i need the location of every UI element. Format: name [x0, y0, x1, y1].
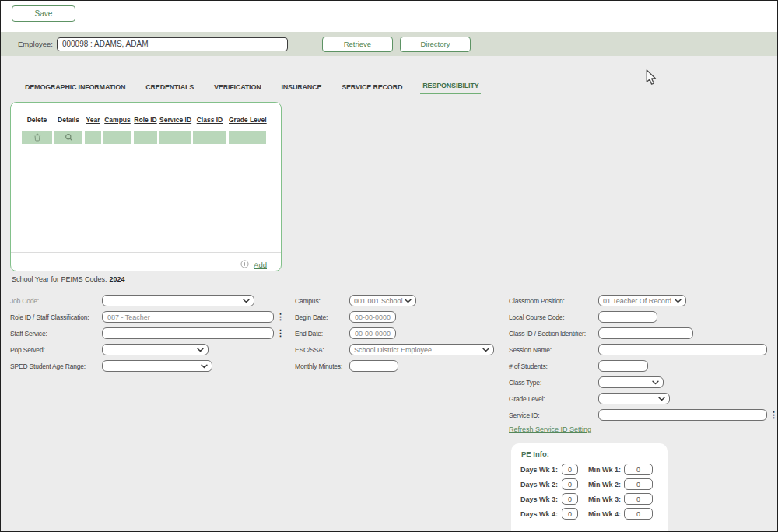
column-header-campus[interactable]: Campus [103, 116, 131, 124]
tab-demographic-information[interactable]: DEMOGRAPHIC INFORMATION [23, 83, 128, 94]
delete-row-button[interactable] [22, 131, 52, 144]
staff-service-input[interactable] [102, 327, 274, 339]
cell-year [85, 131, 101, 144]
grid-data-row: - - - [22, 131, 268, 144]
add-circle-icon [240, 257, 249, 271]
column-header-grade-level[interactable]: Grade Level [229, 116, 266, 124]
class-id-label: Class ID / Section Identifier: [509, 330, 598, 338]
column-header-year[interactable]: Year [85, 116, 101, 124]
add-row-button[interactable]: Add [240, 257, 267, 271]
pe-info-rows: Days Wk 1: Min Wk 1: Days Wk 2: Min Wk 2… [520, 464, 663, 523]
role-id-ellipsis-button[interactable]: ⋮ [276, 313, 285, 321]
column-header-delete: Delete [22, 116, 52, 124]
app-window: Save Employee: Retrieve Directory DEMOGR… [0, 0, 778, 532]
grid-footer-divider [11, 252, 281, 253]
min-wk-3-input[interactable] [624, 493, 653, 505]
local-course-code-input[interactable] [598, 311, 657, 323]
end-date-input[interactable] [349, 327, 396, 339]
column-header-details: Details [54, 116, 82, 124]
staff-service-ellipsis-button[interactable]: ⋮ [276, 329, 285, 338]
tab-bar: DEMOGRAPHIC INFORMATION CREDENTIALS VERI… [23, 82, 481, 94]
esc-ssa-select[interactable]: School District Employee [349, 344, 494, 355]
days-wk-4-label: Days Wk 4: [520, 510, 562, 518]
grade-level-select[interactable] [598, 393, 670, 404]
sped-age-label: SPED Student Age Range: [10, 362, 102, 370]
save-button[interactable]: Save [12, 5, 75, 22]
employee-bar: Employee: Retrieve Directory [1, 32, 777, 56]
min-wk-4-label: Min Wk 4: [588, 510, 624, 518]
cell-class-id: - - - [193, 131, 226, 144]
campus-label: Campus: [295, 297, 349, 305]
employee-label: Employee: [18, 40, 53, 48]
column-header-class-id[interactable]: Class ID [193, 116, 226, 124]
service-id-ellipsis-button[interactable]: ⋮ [769, 411, 778, 419]
grade-level-label: Grade Level: [509, 395, 598, 403]
column-header-role-id[interactable]: Role ID [134, 116, 157, 124]
tab-responsibility[interactable]: RESPONSIBILITY [420, 82, 481, 94]
begin-date-input[interactable] [349, 311, 396, 323]
chevron-down-icon [482, 348, 489, 352]
retrieve-button[interactable]: Retrieve [322, 37, 393, 52]
min-wk-1-input[interactable] [624, 464, 653, 475]
pe-row-2: Days Wk 2: Min Wk 2: [520, 478, 663, 490]
service-id-input[interactable] [598, 409, 767, 421]
monthly-minutes-input[interactable] [349, 360, 398, 372]
form-column-right: Classroom Position: 01 Teacher Of Record… [509, 292, 778, 423]
refresh-service-id-link[interactable]: Refresh Service ID Setting [509, 425, 591, 433]
cell-grade-level [229, 131, 266, 144]
directory-button[interactable]: Directory [400, 37, 471, 52]
form-column-middle: Campus: 001 001 School Begin Date: End D… [295, 292, 494, 374]
job-code-label: Job Code: [10, 297, 102, 305]
pe-row-3: Days Wk 3: Min Wk 3: [520, 493, 663, 505]
days-wk-1-input[interactable] [562, 464, 578, 475]
pop-served-label: Pop Served: [10, 346, 102, 354]
class-id-input[interactable] [598, 327, 693, 339]
chevron-down-icon [201, 364, 208, 369]
tab-credentials[interactable]: CREDENTIALS [143, 83, 196, 94]
responsibility-grid: Delete Details Year Campus Role ID Servi… [10, 102, 282, 271]
min-wk-3-label: Min Wk 3: [588, 495, 624, 503]
days-wk-2-input[interactable] [562, 478, 578, 490]
employee-input[interactable] [57, 37, 288, 51]
monthly-minutes-label: Monthly Minutes: [295, 362, 349, 370]
tab-verification[interactable]: VERIFICATION [212, 83, 263, 94]
days-wk-3-input[interactable] [562, 493, 578, 505]
add-link-label: Add [254, 261, 267, 269]
peims-year-value: 2024 [110, 275, 125, 283]
esc-ssa-label: ESC/SSA: [295, 346, 349, 354]
peims-school-year: School Year for PEIMS Codes:2024 [12, 275, 125, 283]
trash-icon [33, 131, 41, 145]
min-wk-2-input[interactable] [624, 478, 653, 490]
column-header-service-id[interactable]: Service ID [159, 116, 191, 124]
num-students-label: # of Students: [509, 362, 598, 370]
chevron-down-icon [652, 380, 659, 385]
days-wk-2-label: Days Wk 2: [520, 481, 562, 488]
end-date-label: End Date: [295, 330, 349, 338]
classroom-position-select[interactable]: 01 Teacher Of Record [598, 295, 686, 306]
class-type-select[interactable] [598, 376, 664, 388]
num-students-input[interactable] [598, 360, 648, 372]
tab-service-record[interactable]: SERVICE RECORD [339, 83, 405, 94]
cell-role-id [134, 131, 157, 144]
chevron-down-icon [197, 348, 204, 352]
min-wk-2-label: Min Wk 2: [588, 481, 624, 488]
days-wk-4-input[interactable] [562, 508, 578, 520]
role-id-input[interactable] [102, 311, 274, 323]
session-name-input[interactable] [598, 344, 767, 355]
peims-label: School Year for PEIMS Codes: [12, 275, 107, 283]
pop-served-select[interactable] [102, 344, 209, 355]
pe-info-title: PE Info: [521, 450, 549, 458]
tab-insurance[interactable]: INSURANCE [279, 83, 324, 94]
chevron-down-icon [405, 299, 412, 303]
staff-service-label: Staff Service: [10, 330, 102, 338]
chevron-down-icon [658, 397, 665, 401]
campus-select[interactable]: 001 001 School [349, 295, 416, 306]
chevron-down-icon [675, 299, 682, 303]
sped-age-select[interactable] [102, 360, 212, 372]
job-code-select[interactable] [102, 295, 254, 306]
details-row-button[interactable] [54, 131, 82, 144]
content-area: DEMOGRAPHIC INFORMATION CREDENTIALS VERI… [1, 56, 777, 531]
min-wk-4-input[interactable] [624, 508, 653, 520]
pe-row-4: Days Wk 4: Min Wk 4: [520, 508, 663, 520]
grid-header-row: Delete Details Year Campus Role ID Servi… [22, 116, 268, 124]
